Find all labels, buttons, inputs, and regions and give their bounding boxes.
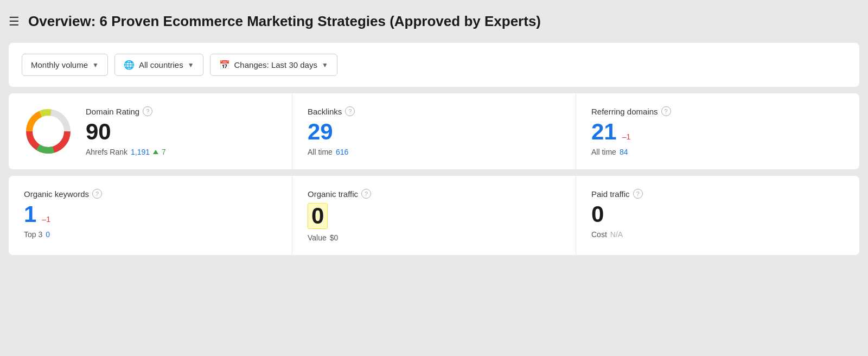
paid-traffic-sub: Cost N/A: [591, 230, 844, 239]
domain-rating-cell: Domain Rating ? 90 Ahrefs Rank 1,191 7: [9, 93, 292, 169]
backlinks-cell: Backlinks ? 29 All time 616: [292, 93, 576, 169]
domain-rating-label: Domain Rating ?: [86, 106, 166, 116]
metrics-row-1: Domain Rating ? 90 Ahrefs Rank 1,191 7 B…: [9, 93, 859, 169]
monthly-volume-label: Monthly volume: [31, 60, 88, 69]
backlinks-sub: All time 616: [308, 148, 560, 156]
backlinks-label: Backlinks ?: [308, 106, 560, 116]
chevron-down-icon2: ▼: [188, 61, 194, 69]
organic-traffic-sub: Value $0: [308, 233, 560, 242]
globe-icon: 🌐: [124, 60, 135, 70]
paid-traffic-value: 0: [591, 203, 844, 226]
organic-keywords-sub: Top 3 0: [24, 230, 277, 239]
referring-domains-label: Referring domains ?: [591, 106, 844, 116]
organic-keywords-change: –1: [42, 215, 50, 224]
domain-rating-info: Domain Rating ? 90 Ahrefs Rank 1,191 7: [86, 106, 166, 156]
changes-label: Changes: Last 30 days: [234, 60, 317, 69]
changes-filter[interactable]: 📅 Changes: Last 30 days ▼: [210, 54, 337, 76]
organic-traffic-help-icon[interactable]: ?: [361, 189, 371, 199]
svg-point-5: [34, 117, 63, 146]
referring-domains-change: –1: [622, 132, 631, 141]
organic-traffic-cell: Organic traffic ? 0 Value $0: [292, 176, 576, 255]
domain-rating-help-icon[interactable]: ?: [143, 106, 152, 116]
domain-rating-chart: [24, 107, 73, 156]
hamburger-icon[interactable]: ☰: [9, 15, 20, 29]
calendar-icon: 📅: [219, 60, 230, 70]
referring-domains-sub: All time 84: [591, 148, 844, 156]
chevron-down-icon: ▼: [92, 61, 99, 69]
monthly-volume-filter[interactable]: Monthly volume ▼: [22, 54, 108, 76]
organic-traffic-label: Organic traffic ?: [308, 189, 560, 199]
metrics-row-2: Organic keywords ? 1 –1 Top 3 0 Organic …: [9, 176, 859, 255]
domain-rating-sub: Ahrefs Rank 1,191 7: [86, 148, 166, 156]
organic-keywords-value: 1: [24, 203, 36, 226]
organic-keywords-cell: Organic keywords ? 1 –1 Top 3 0: [9, 176, 292, 255]
domain-rating-value: 90: [86, 120, 166, 143]
page-title: Overview: 6 Proven Ecommerce Marketing S…: [28, 13, 541, 30]
all-countries-filter[interactable]: 🌐 All countries ▼: [114, 54, 203, 76]
organic-keywords-help-icon[interactable]: ?: [92, 189, 102, 199]
referring-domains-value: 21: [591, 120, 617, 143]
organic-traffic-value: 0: [308, 203, 328, 229]
filters-card: Monthly volume ▼ 🌐 All countries ▼ 📅 Cha…: [9, 43, 859, 87]
chevron-down-icon3: ▼: [322, 61, 328, 69]
paid-traffic-cell: Paid traffic ? 0 Cost N/A: [576, 176, 859, 255]
donut-svg: [24, 107, 73, 156]
backlinks-help-icon[interactable]: ?: [345, 106, 355, 116]
all-countries-label: All countries: [139, 60, 183, 69]
rank-up-arrow: [153, 150, 158, 154]
referring-domains-help-icon[interactable]: ?: [661, 106, 671, 116]
organic-keywords-label: Organic keywords ?: [24, 189, 277, 199]
referring-domains-cell: Referring domains ? 21 –1 All time 84: [576, 93, 859, 169]
page-header: ☰ Overview: 6 Proven Ecommerce Marketing…: [9, 9, 859, 34]
backlinks-value: 29: [308, 120, 560, 143]
paid-traffic-help-icon[interactable]: ?: [633, 189, 643, 199]
paid-traffic-label: Paid traffic ?: [591, 189, 844, 199]
